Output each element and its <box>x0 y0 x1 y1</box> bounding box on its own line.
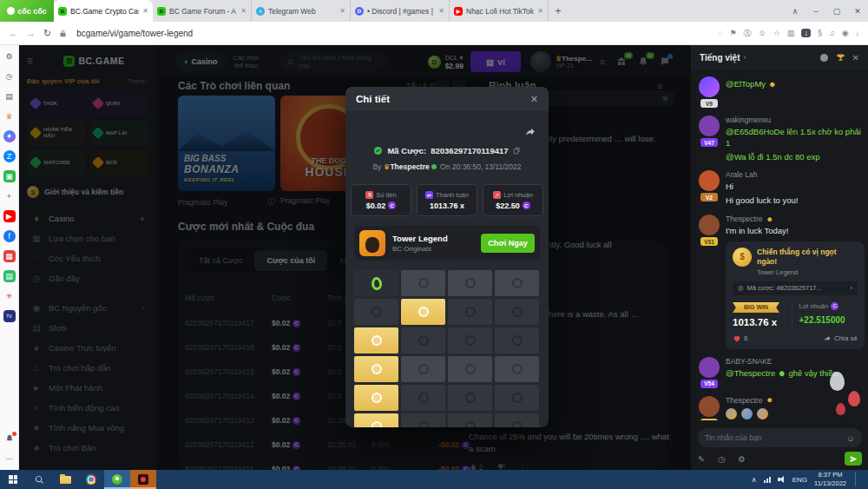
win-card-bet-link[interactable]: ◎ Mã cược: #8203629717... › <box>733 281 858 295</box>
extension-icon[interactable]: ◌ <box>718 29 722 37</box>
tower-cell-lgray[interactable] <box>495 270 539 296</box>
tv-app-icon[interactable]: TV <box>3 310 16 322</box>
history-icon[interactable]: ◷ <box>3 70 16 83</box>
extension-icon[interactable]: § <box>818 29 822 37</box>
extension-icon[interactable]: ☺ <box>759 29 766 37</box>
close-icon[interactable]: ✕ <box>530 94 538 105</box>
tab-close-icon[interactable]: ✕ <box>537 7 543 15</box>
chat-settings-icon[interactable]: ⚙ <box>738 454 746 464</box>
extension-icon[interactable]: ↓ <box>801 29 811 37</box>
settings-icon[interactable]: ⚙ <box>3 50 16 63</box>
tower-cell-gold[interactable] <box>354 327 398 354</box>
share-button[interactable]: Chia sẻ <box>824 334 858 342</box>
tower-cell-egg[interactable] <box>354 270 398 296</box>
extension-icon[interactable]: ⚑ <box>730 29 737 37</box>
trophy-icon[interactable] <box>836 53 845 63</box>
chat-history-icon[interactable]: ◷ <box>718 454 725 464</box>
like-button[interactable]: 6 <box>733 334 747 343</box>
language-indicator[interactable]: ENG <box>792 476 807 484</box>
flower-icon[interactable]: ✳ <box>3 290 16 302</box>
chat-language-selector[interactable]: Tiếng việt <box>700 53 740 63</box>
volume-icon[interactable] <box>778 476 786 483</box>
tower-cell-dark[interactable] <box>401 327 445 354</box>
tower-cell-dark[interactable] <box>354 299 398 325</box>
coccoc-button-active[interactable] <box>104 470 130 489</box>
window-control-icon[interactable]: ∧ <box>785 7 806 16</box>
add-icon[interactable]: + <box>3 190 16 202</box>
tab-close-icon[interactable]: ✕ <box>142 7 148 15</box>
taskbar-search-button[interactable] <box>26 470 52 489</box>
extension-icon[interactable]: ◉ <box>842 29 849 37</box>
tower-cell-dark[interactable] <box>448 385 492 411</box>
chat-close-icon[interactable]: ✕ <box>852 53 859 63</box>
tower-cell-lgray[interactable] <box>401 356 445 382</box>
show-desktop-button[interactable] <box>863 470 866 489</box>
tower-cell-dark[interactable] <box>401 413 445 427</box>
tower-cell-lgray[interactable] <box>495 356 539 382</box>
browser-tab[interactable]: BBC Game Forum - A Crypto✕ <box>153 0 252 22</box>
tower-cell-dark[interactable] <box>401 385 445 411</box>
games-icon[interactable]: ▣ <box>3 170 16 182</box>
tab-close-icon[interactable]: ✕ <box>240 7 247 15</box>
url-text[interactable]: bcgame/vi/game/tower-legend <box>76 29 193 38</box>
chrome-button[interactable] <box>78 470 104 489</box>
file-explorer-button[interactable] <box>52 470 78 489</box>
browser-tab[interactable]: BBC.Game Crypto Casino Ga✕ <box>54 0 153 22</box>
chat-user-icon[interactable]: ✎ <box>698 454 705 464</box>
copy-icon[interactable] <box>513 147 521 155</box>
tower-cell-lgray[interactable] <box>401 270 445 296</box>
tower-cell-dark[interactable] <box>448 413 492 427</box>
extension-icon[interactable]: ↓ <box>856 29 860 37</box>
messenger-icon[interactable]: ✦ <box>3 130 16 142</box>
window-control-icon[interactable]: ✕ <box>847 7 868 16</box>
tab-close-icon[interactable]: ✕ <box>339 7 345 15</box>
chat-win-card[interactable]: $ Chiến thắng có vị ngọt ngào! Tower Leg… <box>726 241 865 349</box>
tower-cell-gold[interactable] <box>354 356 398 382</box>
youtube-icon[interactable]: ▶ <box>3 210 16 222</box>
window-control-icon[interactable]: – <box>806 7 826 16</box>
extension-icon[interactable]: ☆ <box>773 29 780 37</box>
tower-cell-dark[interactable] <box>495 413 539 427</box>
reload-button[interactable]: ↻ <box>43 28 51 39</box>
tower-cell-dark[interactable] <box>448 299 492 325</box>
chat-history-icon[interactable] <box>819 53 829 63</box>
notification-bell-icon[interactable] <box>3 433 16 445</box>
tower-cell-lgray[interactable] <box>448 356 492 382</box>
game-app-button-active[interactable] <box>130 470 156 489</box>
tray-expand-icon[interactable]: ∧ <box>752 476 757 484</box>
coccoc-logo[interactable]: cốc cốc <box>0 0 54 22</box>
extension-icon[interactable]: ♫ <box>829 29 835 37</box>
app-red-icon[interactable]: ▦ <box>3 250 16 262</box>
newsfeed-icon[interactable]: ▤ <box>3 90 16 102</box>
app-green-icon[interactable]: ▤ <box>3 270 16 282</box>
new-tab-button[interactable]: + <box>549 5 568 17</box>
chat-message-input[interactable]: Tin nhắn của bạn ☺ <box>698 428 862 447</box>
tower-cell-gold[interactable] <box>354 385 398 411</box>
tower-cell-dark[interactable] <box>495 385 539 411</box>
tower-cell-lgray[interactable] <box>448 270 492 296</box>
window-control-icon[interactable]: ▢ <box>826 7 847 16</box>
extension-icon[interactable]: ▥ <box>787 29 795 37</box>
crown-vip-icon[interactable]: ♛ <box>3 110 16 122</box>
taskbar-clock[interactable]: 8:37 PM11/13/2022 <box>814 471 846 488</box>
send-button[interactable] <box>845 452 862 466</box>
share-button[interactable] <box>525 125 536 141</box>
browser-tab[interactable]: D• Discord | #games | BC G✕ <box>351 0 450 22</box>
emoji-smile-icon[interactable]: ☺ <box>846 433 855 443</box>
network-icon[interactable] <box>764 477 771 483</box>
start-button[interactable] <box>0 470 26 489</box>
play-now-button[interactable]: Chơi Ngay <box>481 234 535 253</box>
tab-close-icon[interactable]: ✕ <box>438 7 444 15</box>
zalo-icon[interactable]: Z <box>3 150 16 162</box>
tower-cell-dark[interactable] <box>448 327 492 354</box>
extension-icon[interactable]: Ⓐ <box>744 28 752 39</box>
browser-tab[interactable]: tTelegram Web✕ <box>252 0 351 22</box>
tower-cell-dark[interactable] <box>495 299 539 325</box>
more-icon[interactable]: ⋯ <box>3 453 16 465</box>
forward-button[interactable]: → <box>26 28 36 38</box>
tower-cell-dark[interactable] <box>495 327 539 354</box>
facebook-icon[interactable]: f <box>3 230 16 242</box>
tower-cell-gold[interactable] <box>401 299 445 325</box>
browser-tab[interactable]: ▶Nhạc Lofi Hot TikTok 2022 -✕ <box>450 0 549 22</box>
tower-cell-gold[interactable] <box>354 413 398 427</box>
